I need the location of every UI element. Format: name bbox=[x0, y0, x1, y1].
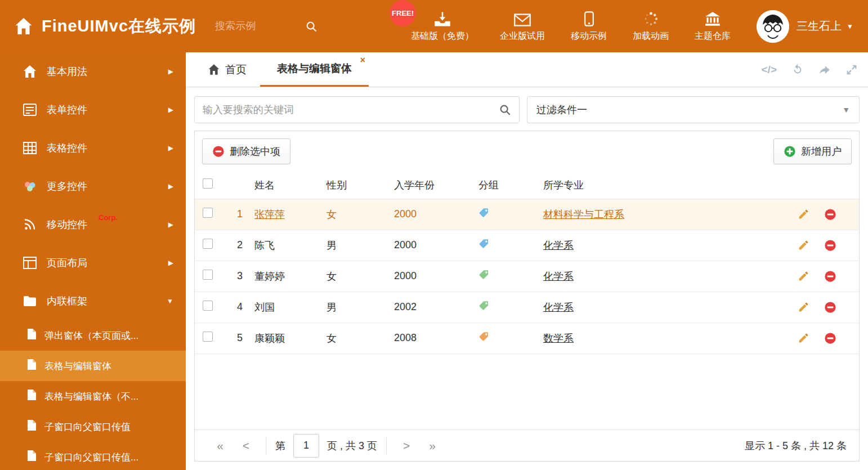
share-arrow-icon[interactable] bbox=[818, 64, 831, 76]
table-row: 2 陈飞 男 2000 化学系 bbox=[195, 230, 859, 261]
sidebar-item-basic-usage[interactable]: 基本用法 ▶ bbox=[0, 52, 186, 91]
sidebar-subitem-label: 子窗口向父窗口传值... bbox=[44, 451, 138, 464]
sidebar-subitem-label: 弹出窗体（本页面或... bbox=[44, 329, 138, 342]
source-code-icon[interactable]: </> bbox=[762, 64, 777, 76]
row-number: 2 bbox=[229, 230, 251, 261]
edit-icon[interactable] bbox=[798, 208, 809, 220]
fullscreen-icon[interactable] bbox=[845, 64, 858, 76]
nav-item-basic-free[interactable]: FREE! 基础版（免费） bbox=[411, 11, 474, 42]
nav-item-theme-store[interactable]: 主题仓库 bbox=[695, 11, 731, 42]
row-checkbox[interactable] bbox=[203, 332, 213, 342]
sidebar-subitem-popup-window[interactable]: 弹出窗体（本页面或... bbox=[0, 320, 186, 351]
name-link[interactable]: 张萍萍 bbox=[254, 209, 285, 220]
first-page-icon[interactable]: « bbox=[207, 439, 233, 453]
close-icon[interactable]: × bbox=[360, 56, 365, 65]
row-checkbox[interactable] bbox=[203, 239, 213, 249]
sidebar-item-page-layout[interactable]: 页面布局 ▶ bbox=[0, 244, 186, 282]
col-header-name: 姓名 bbox=[251, 172, 323, 199]
layout-icon bbox=[23, 257, 37, 269]
sidebar-item-grid-controls[interactable]: 表格控件 ▶ bbox=[0, 129, 186, 167]
sidebar-item-more-controls[interactable]: 更多控件 ▶ bbox=[0, 167, 186, 205]
add-user-button[interactable]: 新增用户 bbox=[773, 138, 852, 164]
main-area: 首页 表格与编辑窗体 × </> 过滤条件一 ▼ bbox=[186, 52, 868, 470]
name-link[interactable]: 刘国 bbox=[254, 302, 275, 313]
delete-icon[interactable] bbox=[824, 332, 836, 344]
refresh-icon[interactable] bbox=[791, 64, 804, 76]
nav-item-mobile-demo[interactable]: 移动示例 bbox=[571, 11, 607, 42]
gender-cell: 女 bbox=[323, 323, 391, 353]
row-number: 3 bbox=[229, 261, 251, 292]
house-icon bbox=[23, 65, 37, 78]
signal-icon bbox=[23, 218, 37, 231]
nav-item-loading-animation[interactable]: 加载动画 bbox=[633, 11, 669, 42]
sidebar-subitem-grid-edit-window-2[interactable]: 表格与编辑窗体（不... bbox=[0, 381, 186, 411]
table-row: 5 康颖颖 女 2008 数学系 bbox=[195, 323, 859, 353]
row-checkbox[interactable] bbox=[203, 208, 213, 218]
mobile-icon bbox=[584, 11, 594, 26]
page-prefix: 第 bbox=[275, 439, 285, 453]
delete-icon[interactable] bbox=[824, 208, 836, 221]
search-icon[interactable] bbox=[305, 20, 317, 33]
edit-icon[interactable] bbox=[798, 301, 809, 313]
app-header: FineUIMvc在线示例 FREE! 基础版（免费） 企业版试用 移动示例 bbox=[0, 0, 868, 52]
nav-item-enterprise-trial[interactable]: 企业版试用 bbox=[500, 11, 545, 42]
search-icon[interactable] bbox=[499, 104, 511, 116]
tab-grid-edit-window[interactable]: 表格与编辑窗体 × bbox=[260, 52, 369, 87]
delete-icon[interactable] bbox=[824, 301, 836, 314]
tag-icon bbox=[478, 331, 490, 342]
edit-icon[interactable] bbox=[798, 332, 809, 344]
header-search-input[interactable] bbox=[215, 20, 305, 32]
delete-icon[interactable] bbox=[824, 239, 836, 252]
sidebar-item-form-controls[interactable]: 表单控件 ▶ bbox=[0, 91, 186, 129]
name-link[interactable]: 董婷婷 bbox=[254, 271, 285, 282]
name-link[interactable]: 康颖颖 bbox=[254, 333, 285, 344]
major-link[interactable]: 化学系 bbox=[543, 302, 574, 313]
row-checkbox[interactable] bbox=[203, 270, 213, 280]
chevron-right-icon: ▶ bbox=[168, 182, 173, 190]
divider bbox=[266, 437, 266, 454]
tab-label: 表格与编辑窗体 bbox=[277, 61, 352, 76]
tab-home[interactable]: 首页 bbox=[195, 52, 260, 87]
row-checkbox[interactable] bbox=[203, 301, 213, 311]
gender-cell: 女 bbox=[323, 261, 391, 292]
sidebar-subitem-grid-edit-window[interactable]: 表格与编辑窗体 bbox=[0, 351, 186, 381]
filter-dropdown-value: 过滤条件一 bbox=[536, 103, 587, 117]
tag-icon bbox=[478, 300, 490, 311]
next-page-icon[interactable]: > bbox=[393, 439, 419, 453]
name-link[interactable]: 陈飞 bbox=[254, 240, 275, 251]
major-link[interactable]: 化学系 bbox=[543, 271, 574, 282]
chevron-down-icon: ▼ bbox=[847, 23, 853, 30]
sidebar-subitem-child-to-parent-2[interactable]: 子窗口向父窗口传值... bbox=[0, 442, 186, 470]
filter-dropdown[interactable]: 过滤条件一 ▼ bbox=[527, 96, 860, 123]
prev-page-icon[interactable]: < bbox=[233, 439, 259, 453]
home-logo-icon[interactable] bbox=[15, 18, 33, 34]
tab-label: 首页 bbox=[225, 62, 247, 77]
keyword-search-input[interactable] bbox=[203, 104, 499, 116]
delete-icon[interactable] bbox=[824, 270, 836, 283]
edit-icon[interactable] bbox=[798, 270, 809, 282]
major-link[interactable]: 材料科学与工程系 bbox=[543, 209, 624, 220]
file-icon bbox=[27, 359, 37, 373]
delete-selected-button[interactable]: 删除选中项 bbox=[202, 138, 290, 164]
loading-spinner-icon bbox=[643, 11, 659, 26]
tag-icon bbox=[478, 238, 490, 249]
col-header-group: 分组 bbox=[475, 172, 540, 199]
last-page-icon[interactable]: » bbox=[419, 439, 445, 453]
row-number: 4 bbox=[229, 292, 251, 323]
major-link[interactable]: 化学系 bbox=[543, 240, 574, 251]
sidebar-subitem-child-to-parent[interactable]: 子窗口向父窗口传值 bbox=[0, 411, 186, 442]
row-number: 1 bbox=[229, 199, 251, 230]
sidebar-subitem-label: 表格与编辑窗体 bbox=[44, 360, 111, 373]
table-row: 4 刘国 男 2002 化学系 bbox=[195, 292, 859, 323]
page-number-input[interactable] bbox=[293, 434, 319, 458]
edit-icon[interactable] bbox=[798, 239, 809, 251]
sidebar-item-mobile-controls[interactable]: 移动控件 Corp. ▶ bbox=[0, 205, 186, 244]
sidebar-item-iframe[interactable]: 内联框架 ▼ bbox=[0, 282, 186, 320]
select-all-checkbox[interactable] bbox=[203, 178, 213, 189]
user-avatar[interactable] bbox=[757, 10, 789, 43]
plus-circle-icon bbox=[784, 145, 796, 158]
app-title: FineUIMvc在线示例 bbox=[42, 15, 196, 38]
major-link[interactable]: 数学系 bbox=[543, 333, 574, 344]
sidebar-item-label: 页面布局 bbox=[47, 256, 87, 270]
user-menu[interactable]: 三生石上 ▼ bbox=[797, 19, 853, 34]
